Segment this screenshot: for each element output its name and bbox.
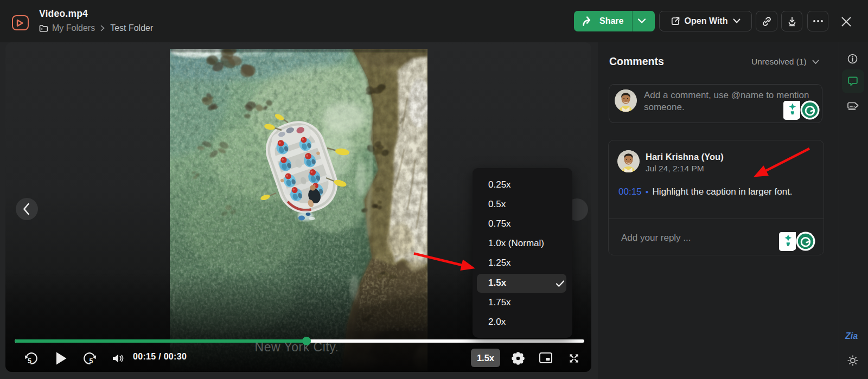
svg-text:5: 5 [28, 357, 31, 365]
svg-text:5: 5 [90, 357, 93, 365]
